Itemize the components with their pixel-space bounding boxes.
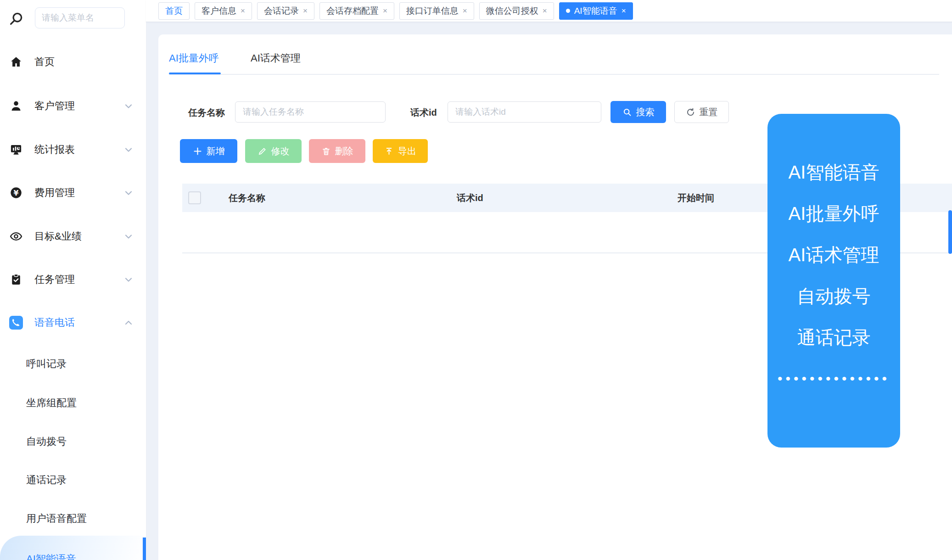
- sidebar-item-label: 费用管理: [34, 186, 75, 200]
- refresh-icon: [686, 107, 695, 117]
- close-icon[interactable]: ×: [241, 7, 245, 15]
- wtab-label: 首页: [165, 5, 183, 17]
- export-up-arrow-icon: [384, 146, 394, 156]
- panel-item-call-record[interactable]: 通话记录: [797, 317, 871, 358]
- subitem-label: 用户语音配置: [26, 512, 87, 526]
- wtab-label: 会话存档配置: [326, 5, 379, 17]
- subitem-label: 自动拨号: [26, 435, 67, 448]
- search-icon: [622, 107, 632, 117]
- sidebar-item-voice-phone[interactable]: 语音电话: [0, 310, 146, 336]
- ellipsis-dots: ••••••••••••••: [778, 372, 890, 386]
- pencil-icon: [258, 146, 267, 156]
- panel-item-ai-voice[interactable]: AI智能语音: [789, 151, 879, 193]
- subitem-label: 坐席组配置: [26, 396, 77, 410]
- wtab-label: 客户信息: [202, 5, 236, 17]
- export-button-label: 导出: [398, 145, 416, 157]
- clipboard-task-icon: [9, 273, 23, 286]
- wtab-label: AI智能语音: [574, 5, 617, 17]
- scrollbar-thumb[interactable]: [948, 210, 952, 254]
- search-button-label: 搜索: [636, 106, 655, 118]
- add-button[interactable]: 新增: [180, 139, 237, 163]
- edit-button[interactable]: 修改: [245, 139, 302, 163]
- subitem-label: AI智能语音: [26, 552, 76, 560]
- sidebar-item-fee-mgmt[interactable]: ¥ 费用管理: [0, 180, 146, 206]
- active-indicator-bar: [143, 538, 146, 560]
- script-id-input[interactable]: [448, 101, 601, 123]
- panel-item-ai-script-mgmt[interactable]: AI话术管理: [789, 234, 879, 275]
- sidebar-item-stat-report[interactable]: 统计报表: [0, 137, 146, 162]
- eye-icon: [9, 230, 23, 243]
- panel-item-ai-batch-call[interactable]: AI批量外呼: [789, 193, 879, 234]
- reset-button-label: 重置: [700, 106, 718, 118]
- user-icon: [9, 99, 23, 113]
- chevron-down-icon: [123, 231, 134, 242]
- money-yen-icon: ¥: [9, 186, 23, 200]
- reset-button[interactable]: 重置: [674, 101, 729, 123]
- script-id-label: 话术id: [410, 106, 437, 119]
- chevron-up-icon: [123, 317, 134, 328]
- select-all-checkbox[interactable]: [188, 191, 201, 204]
- wtab-customer-info[interactable]: 客户信息×: [195, 2, 252, 20]
- sidebar-subitem-agent-group[interactable]: 坐席组配置: [0, 392, 146, 414]
- wtab-session-log[interactable]: 会话记录×: [257, 2, 314, 20]
- svg-text:¥: ¥: [14, 189, 19, 197]
- sidebar: 首页 客户管理 统计报表 ¥ 费用管理 目标&业绩 任务管理: [0, 0, 146, 560]
- wtab-home[interactable]: 首页: [158, 2, 190, 20]
- sidebar-item-label: 客户管理: [34, 99, 75, 113]
- wtab-api-order-info[interactable]: 接口订单信息×: [399, 2, 474, 20]
- sidebar-item-customer-mgmt[interactable]: 客户管理: [0, 93, 146, 119]
- subitem-label: 通话记录: [26, 473, 67, 487]
- sidebar-subitem-user-voice-config[interactable]: 用户语音配置: [0, 508, 146, 530]
- phone-icon: [9, 316, 23, 330]
- window-tabbar: 首页 客户信息× 会话记录× 会话存档配置× 接口订单信息× 微信公司授权× A…: [146, 0, 952, 22]
- col-start-time: 开始时间: [678, 192, 714, 204]
- sidebar-subitem-auto-dial[interactable]: 自动拨号: [0, 431, 146, 453]
- sidebar-item-label: 语音电话: [34, 316, 75, 330]
- sidebar-item-label: 任务管理: [34, 273, 75, 286]
- sidebar-subitem-ai-voice[interactable]: AI智能语音: [0, 536, 146, 560]
- tabs-divider: [169, 74, 939, 75]
- wtab-wechat-auth[interactable]: 微信公司授权×: [479, 2, 554, 20]
- ai-voice-menu-panel: AI智能语音 AI批量外呼 AI话术管理 自动拨号 通话记录 •••••••••…: [767, 114, 900, 448]
- wtab-label: 会话记录: [264, 5, 299, 17]
- sidebar-subitem-call-record[interactable]: 通话记录: [0, 469, 146, 491]
- wtab-ai-voice[interactable]: AI智能语音×: [559, 2, 633, 20]
- close-icon[interactable]: ×: [622, 7, 626, 15]
- task-name-input[interactable]: [235, 101, 386, 123]
- menu-search-input[interactable]: [35, 7, 125, 28]
- active-dot-icon: [566, 9, 570, 13]
- col-task-name: 任务名称: [229, 192, 265, 204]
- tab-ai-batch-call[interactable]: AI批量外呼: [169, 51, 219, 65]
- app-window: 首页 客户管理 统计报表 ¥ 费用管理 目标&业绩 任务管理: [0, 0, 952, 560]
- sidebar-item-label: 统计报表: [34, 143, 75, 157]
- close-icon[interactable]: ×: [463, 7, 467, 15]
- active-tab-underline: [169, 73, 221, 74]
- delete-button-label: 删除: [335, 145, 353, 157]
- home-icon: [9, 55, 23, 69]
- sidebar-subitem-call-log[interactable]: 呼叫记录: [0, 353, 146, 375]
- sidebar-item-goals[interactable]: 目标&业绩: [0, 224, 146, 249]
- close-icon[interactable]: ×: [303, 7, 308, 15]
- sidebar-item-label: 目标&业绩: [34, 230, 82, 243]
- edit-button-label: 修改: [271, 145, 290, 157]
- wtab-label: 微信公司授权: [486, 5, 538, 17]
- menu-search-icon[interactable]: [8, 11, 24, 27]
- close-icon[interactable]: ×: [383, 7, 387, 15]
- search-button[interactable]: 搜索: [610, 101, 666, 123]
- sidebar-item-home[interactable]: 首页: [0, 49, 146, 75]
- wtab-label: 接口订单信息: [406, 5, 459, 17]
- chevron-down-icon: [123, 274, 134, 285]
- panel-item-auto-dial[interactable]: 自动拨号: [797, 275, 871, 317]
- chevron-down-icon: [123, 144, 134, 155]
- sidebar-item-task-mgmt[interactable]: 任务管理: [0, 267, 146, 292]
- wtab-session-archive-config[interactable]: 会话存档配置×: [319, 2, 394, 20]
- plus-icon: [193, 146, 202, 156]
- chevron-down-icon: [123, 187, 134, 198]
- export-button[interactable]: 导出: [373, 139, 428, 163]
- delete-button[interactable]: 删除: [309, 139, 365, 163]
- close-icon[interactable]: ×: [543, 7, 547, 15]
- add-button-label: 新增: [207, 145, 225, 157]
- tab-ai-script-mgmt[interactable]: AI话术管理: [251, 51, 301, 65]
- trash-icon: [321, 146, 331, 156]
- report-chart-icon: [9, 143, 23, 157]
